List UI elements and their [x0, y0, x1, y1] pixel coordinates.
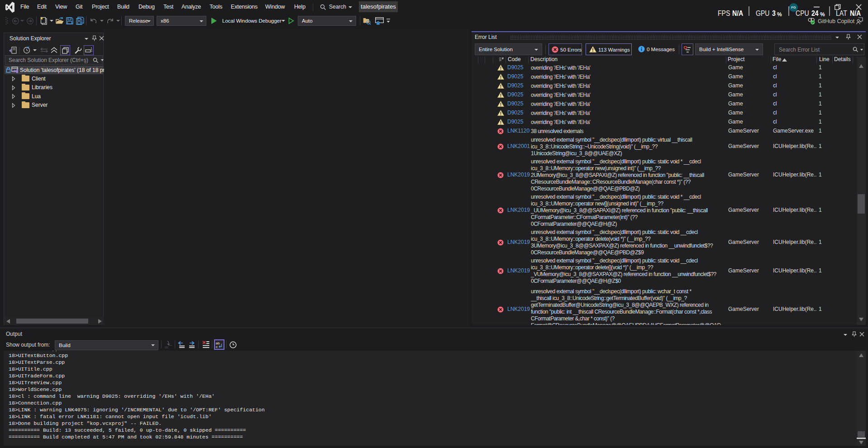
svg-text:c: c	[216, 345, 218, 348]
